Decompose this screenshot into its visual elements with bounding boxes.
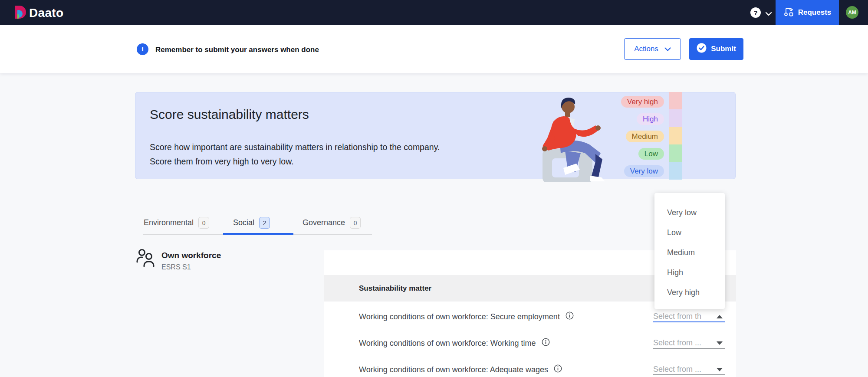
bar-segment-very-low [669, 162, 682, 180]
avatar[interactable]: AM [846, 6, 858, 19]
section-title: Own workforce [161, 251, 221, 260]
bar-segment-medium [669, 127, 682, 144]
section-subtitle: ESRS S1 [161, 263, 191, 271]
submit-label: Submit [711, 45, 736, 53]
dropdown-option-high[interactable]: High [654, 262, 725, 282]
rating-color-bar [669, 92, 682, 180]
daato-logo-icon [14, 5, 27, 21]
actions-button[interactable]: Actions [624, 38, 681, 60]
legend-chip-medium: Medium [626, 131, 664, 142]
people-icon [136, 248, 155, 269]
chevron-down-icon[interactable] [765, 10, 772, 18]
sitting-person-illustration [535, 95, 621, 184]
legend-chip-very-low: Very low [624, 165, 664, 177]
select-underline [653, 348, 725, 349]
help-button[interactable]: ? [750, 7, 761, 18]
bar-segment-high [669, 109, 682, 127]
select-placeholder: Select from ... [653, 338, 701, 347]
dropdown-option-low[interactable]: Low [654, 223, 725, 243]
question-mark-icon: ? [753, 9, 757, 16]
select-placeholder: Select from ... [653, 365, 701, 374]
submit-button[interactable]: Submit [689, 38, 743, 60]
tab-label: Environmental [144, 218, 194, 227]
logo-text: Daato [29, 6, 63, 20]
tab-social[interactable]: Social 2 [233, 217, 270, 229]
chevron-down-icon [664, 45, 671, 53]
score-banner: Score sustainability matters Score how i… [135, 92, 736, 179]
dropdown-option-medium[interactable]: Medium [654, 243, 725, 262]
caret-down-icon [717, 368, 723, 371]
top-navbar: Daato ? Requests AM [0, 0, 868, 25]
requests-label: Requests [798, 8, 832, 17]
select-placeholder: Select from th [653, 312, 701, 321]
table-row: Working conditions of own workforce: Ade… [359, 364, 562, 375]
daato-logo[interactable]: Daato [14, 5, 63, 21]
rating-legend: Very high High Medium Low Very low [621, 96, 664, 177]
bar-segment-very-high [669, 92, 682, 109]
tab-environmental[interactable]: Environmental 0 [144, 217, 209, 229]
active-tab-underline [223, 233, 293, 235]
dropdown-option-very-high[interactable]: Very high [654, 282, 725, 302]
tab-governance[interactable]: Governance 0 [302, 217, 361, 229]
tab-label: Governance [302, 218, 345, 227]
bar-segment-low [669, 144, 682, 162]
requests-button[interactable]: Requests [776, 0, 839, 25]
check-circle-icon [697, 43, 707, 55]
score-select-open[interactable]: Select from th [653, 311, 725, 322]
app-root: Daato ? Requests AM i Remember t [0, 0, 868, 377]
info-circle-icon[interactable] [542, 338, 550, 348]
actions-label: Actions [634, 45, 658, 53]
banner-description: Score how important are sustainability m… [150, 140, 440, 169]
select-underline-focused [653, 321, 725, 322]
banner-title: Score sustainability matters [150, 107, 309, 122]
score-dropdown-menu: Very low Low Medium High Very high [654, 193, 725, 309]
reminder-message: Remember to submit your answers when don… [155, 46, 319, 54]
legend-chip-very-high: Very high [621, 96, 664, 108]
workflow-icon [783, 6, 794, 19]
info-circle-icon[interactable] [566, 311, 574, 322]
caret-up-icon [717, 315, 723, 318]
tab-count-badge: 0 [198, 217, 209, 229]
score-select[interactable]: Select from ... [653, 364, 725, 375]
avatar-initials: AM [848, 10, 856, 16]
legend-chip-high: High [637, 113, 664, 125]
select-underline [653, 374, 725, 375]
info-circle-icon[interactable] [554, 364, 562, 375]
tab-label: Social [233, 218, 254, 227]
legend-chip-low: Low [638, 148, 664, 160]
table-row: Working conditions of own workforce: Wor… [359, 338, 550, 348]
score-select[interactable]: Select from ... [653, 337, 725, 349]
caret-down-icon [717, 341, 723, 345]
column-header: Sustainability matter [359, 284, 431, 293]
dropdown-option-very-low[interactable]: Very low [654, 203, 725, 223]
info-icon: i [137, 43, 148, 55]
tab-count-badge: 0 [350, 217, 361, 229]
table-row: Working conditions of own workforce: Sec… [359, 311, 574, 322]
tab-count-badge: 2 [259, 217, 270, 229]
